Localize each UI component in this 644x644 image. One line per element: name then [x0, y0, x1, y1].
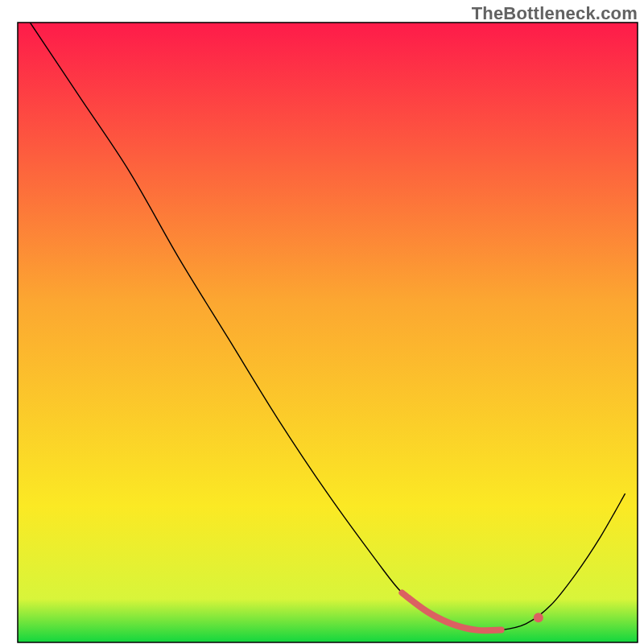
chart-container: TheBottleneck.com — [0, 0, 644, 644]
watermark-text: TheBottleneck.com — [472, 3, 638, 24]
bottleneck-chart — [0, 0, 644, 644]
plot-background — [18, 23, 638, 642]
highlight-end-marker — [534, 613, 543, 622]
